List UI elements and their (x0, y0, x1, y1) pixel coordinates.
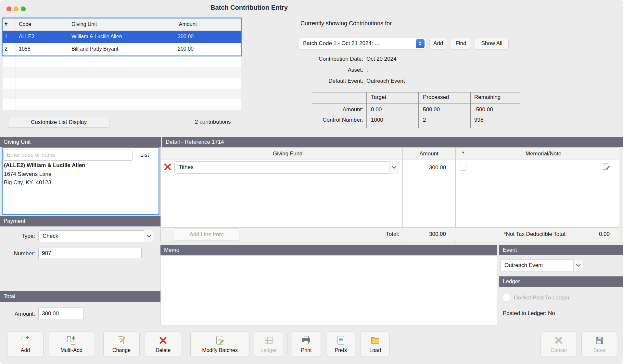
payment-section-bar: Payment (0, 216, 161, 226)
batch-find-label: Find (455, 40, 466, 47)
giving-unit-section-bar: Giving Unit (0, 137, 161, 147)
detail-section-title: Detail - Reference 1714 (166, 139, 224, 145)
multi-add-icon (67, 335, 76, 346)
print-button[interactable]: Print (292, 332, 321, 357)
stats-control-label: Control Number: (282, 117, 363, 123)
change-button[interactable]: Change (103, 332, 140, 357)
toolbar-separator (186, 334, 186, 354)
giving-unit-search-input[interactable] (3, 150, 133, 161)
giving-unit-section-title: Giving Unit (4, 139, 31, 145)
memorial-note-icon[interactable] (602, 163, 610, 171)
minimize-button[interactable] (14, 6, 19, 11)
memo-section-bar: Memo (160, 245, 497, 255)
total-amount-input[interactable] (38, 308, 84, 320)
event-section-bar: Event (499, 245, 623, 255)
ledger-section-bar: Ledger (499, 276, 623, 287)
modify-batches-icon (215, 335, 225, 346)
change-icon (117, 335, 126, 346)
prefs-icon (336, 335, 346, 346)
detail-total-label: Total: (336, 231, 401, 237)
prefs-button[interactable]: Prefs (326, 332, 355, 357)
payment-type-value: Check (43, 233, 58, 239)
ledger-label: Ledger (261, 347, 277, 353)
chevron-down-icon (389, 161, 399, 174)
giving-unit-address2: Big City, KY 40123 (4, 179, 51, 186)
window: Batch Contribution Entry # Code Giving U… (0, 0, 623, 364)
stats-top-line (312, 92, 520, 92)
stats-vline (366, 92, 367, 128)
add-button[interactable]: Add (7, 332, 44, 357)
line-item-amount[interactable]: 300.00 (403, 164, 449, 171)
batch-show-all-button[interactable]: Show All (475, 38, 509, 49)
cancel-button[interactable]: Cancel (540, 332, 577, 357)
row-amount: 200.00 (152, 46, 194, 52)
stats-header-line (312, 103, 520, 103)
row-code: 1088 (19, 46, 31, 52)
do-not-post-checkbox[interactable] (503, 294, 510, 301)
contribution-list-header: # Code Giving Unit Amount (3, 18, 241, 31)
asset-label: Asset: (282, 67, 363, 73)
delete-icon (158, 335, 168, 346)
detail-col-memo: Memorial/Note (471, 151, 616, 157)
ledger-button[interactable]: Ledger (254, 332, 283, 357)
prefs-label: Prefs (335, 347, 347, 353)
memo-textarea[interactable] (160, 255, 497, 325)
column-header-code[interactable]: Code (19, 21, 31, 27)
column-separator (199, 19, 199, 30)
giving-unit-list-button[interactable]: List (140, 152, 149, 158)
close-button[interactable] (6, 6, 11, 11)
zoom-button[interactable] (21, 6, 26, 11)
table-row[interactable]: 2 1088 Bill and Patty Bryant 200.00 (3, 43, 241, 55)
print-label: Print (301, 347, 312, 353)
payment-number-input[interactable] (38, 248, 142, 259)
detail-col-star: * (455, 151, 471, 157)
contribution-date-value: Oct 20 2024 (366, 56, 397, 62)
not-tax-deductible-checkbox[interactable] (460, 164, 466, 171)
memo-section-title: Memo (164, 247, 179, 253)
row-giving-unit: Bill and Patty Bryant (71, 46, 118, 52)
batch-add-button[interactable]: Add (429, 38, 447, 49)
load-label: Load (369, 347, 381, 353)
load-button[interactable]: Load (361, 332, 390, 357)
column-header-num[interactable]: # (5, 21, 7, 27)
save-icon (594, 335, 604, 346)
ntd-total-value: 0.00 (569, 231, 612, 237)
do-not-post-label: Do Not Post To Ledger (514, 295, 570, 301)
chevron-down-icon (144, 230, 154, 242)
default-event-label: Default Event: (282, 78, 363, 84)
modify-batches-button[interactable]: Modify Batches (190, 332, 249, 357)
add-line-item-button[interactable]: Add Line Item (174, 228, 239, 241)
delete-label: Delete (156, 347, 171, 353)
contribution-date-label: Contribution Date: (282, 56, 363, 62)
giving-unit-address1: 1674 Stevens Lane (4, 171, 52, 177)
payment-type-select[interactable]: Check (38, 230, 154, 242)
load-icon (370, 335, 380, 346)
contribution-list-stripes (3, 56, 241, 110)
column-separator (199, 43, 199, 110)
column-header-giving-unit[interactable]: Giving Unit (71, 21, 97, 27)
delete-line-item-icon[interactable] (163, 163, 172, 171)
ntd-total-label: *Not Tax Deductible Total: (472, 231, 567, 237)
column-separator (152, 43, 152, 110)
total-section-title: Total (4, 293, 15, 299)
event-select[interactable]: Outreach Event (500, 260, 583, 271)
customize-list-display-label: Customize List Display (31, 119, 87, 126)
titlebar: Batch Contribution Entry (0, 0, 623, 15)
stats-amount-target: 0.00 (371, 106, 382, 113)
customize-list-display-button[interactable]: Customize List Display (8, 117, 109, 127)
column-separator (69, 19, 69, 30)
multi-add-button[interactable]: Multi-Add (49, 332, 94, 357)
change-label: Change (112, 347, 131, 353)
stats-bottom-line (312, 128, 520, 128)
table-row-selected[interactable]: 1 ALLE2 William & Lucille Allen 300.00 (3, 31, 241, 43)
batch-select[interactable]: Batch Code 1 - Oct 21 2024: ... (299, 38, 426, 49)
row-code: ALLE2 (19, 34, 34, 40)
column-header-amount[interactable]: Amount (152, 21, 197, 27)
detail-table: Giving Fund Amount * Memorial/Note Tithe… (160, 147, 619, 241)
giving-fund-select[interactable]: Tithes (174, 161, 399, 174)
delete-button[interactable]: Delete (145, 332, 181, 357)
batch-find-button[interactable]: Find (451, 38, 471, 49)
save-button[interactable]: Save (581, 332, 617, 357)
column-separator (16, 43, 16, 110)
chevron-down-icon (573, 260, 583, 271)
